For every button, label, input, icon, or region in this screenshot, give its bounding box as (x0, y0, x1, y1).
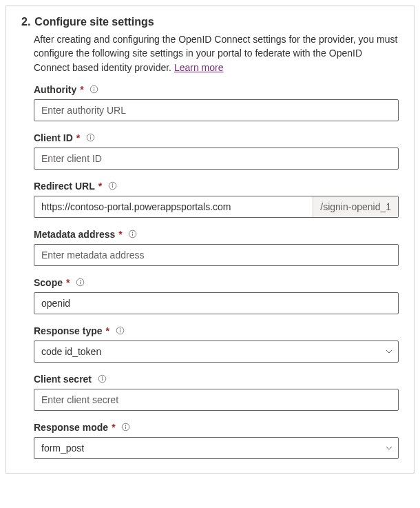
step-description: After creating and configuring the OpenI… (34, 32, 399, 74)
label-row: Response type * (34, 325, 399, 336)
label-row: Scope * (34, 277, 399, 288)
metadata-address-input[interactable] (34, 244, 399, 266)
svg-point-19 (102, 377, 103, 378)
svg-point-13 (80, 281, 81, 281)
redirect-url-label: Redirect URL (34, 181, 95, 192)
client-secret-input[interactable] (34, 389, 399, 411)
info-icon[interactable] (121, 423, 131, 432)
step-number: 2. (21, 16, 30, 28)
redirect-url-input-wrap: /signin-openid_1 (34, 196, 399, 218)
svg-point-22 (125, 425, 126, 426)
label-row: Authority * (34, 84, 399, 95)
info-icon[interactable] (128, 230, 138, 239)
svg-point-7 (112, 184, 113, 185)
label-row: Response mode * (34, 422, 399, 433)
svg-point-1 (94, 88, 94, 88)
response-mode-label: Response mode (34, 422, 108, 433)
response-type-label: Response type (34, 325, 103, 336)
svg-point-16 (120, 329, 120, 329)
redirect-url-suffix: /signin-openid_1 (313, 196, 398, 217)
field-metadata-address: Metadata address * (34, 229, 399, 266)
scope-input[interactable] (34, 292, 399, 314)
label-row: Client ID * (34, 132, 399, 143)
learn-more-link[interactable]: Learn more (174, 62, 224, 73)
client-secret-label: Client secret (34, 374, 92, 385)
label-row: Metadata address * (34, 229, 399, 240)
field-scope: Scope * (34, 277, 399, 314)
configure-site-settings-panel: 2. Configure site settings After creatin… (6, 6, 414, 474)
response-type-select[interactable]: code id_token (34, 341, 399, 363)
info-icon[interactable] (85, 133, 95, 143)
authority-label: Authority (34, 84, 76, 95)
client-id-input[interactable] (34, 148, 399, 170)
info-icon[interactable] (107, 181, 117, 191)
field-client-id: Client ID * (34, 132, 399, 170)
label-row: Client secret (34, 374, 399, 385)
required-indicator: * (118, 229, 122, 240)
response-mode-select-wrap: form_post (34, 437, 399, 459)
svg-point-10 (132, 232, 133, 233)
field-authority: Authority * (34, 84, 399, 121)
svg-point-4 (90, 136, 91, 136)
client-id-label: Client ID (34, 132, 73, 143)
redirect-url-input[interactable] (34, 196, 313, 217)
scope-label: Scope (34, 277, 63, 288)
field-redirect-url: Redirect URL * /signin-openid_1 (34, 181, 399, 218)
required-indicator: * (98, 181, 102, 192)
required-indicator: * (80, 84, 83, 95)
field-client-secret: Client secret (34, 374, 399, 411)
step-header: 2. Configure site settings (21, 16, 399, 28)
info-icon[interactable] (115, 326, 125, 336)
required-indicator: * (106, 325, 109, 336)
required-indicator: * (66, 277, 70, 288)
field-response-type: Response type * code id_token (34, 325, 399, 363)
field-response-mode: Response mode * form_post (34, 422, 399, 459)
required-indicator: * (76, 132, 80, 143)
required-indicator: * (112, 422, 115, 433)
fields-container: Authority * Client ID * Redirect URL (34, 84, 399, 459)
label-row: Redirect URL * (34, 181, 399, 192)
info-icon[interactable] (97, 374, 107, 384)
info-icon[interactable] (75, 278, 85, 287)
metadata-address-label: Metadata address (34, 229, 115, 240)
info-icon[interactable] (90, 85, 99, 94)
response-type-select-wrap: code id_token (34, 341, 399, 363)
step-title: Configure site settings (34, 16, 154, 28)
response-mode-select[interactable]: form_post (34, 437, 399, 459)
authority-input[interactable] (34, 99, 399, 121)
